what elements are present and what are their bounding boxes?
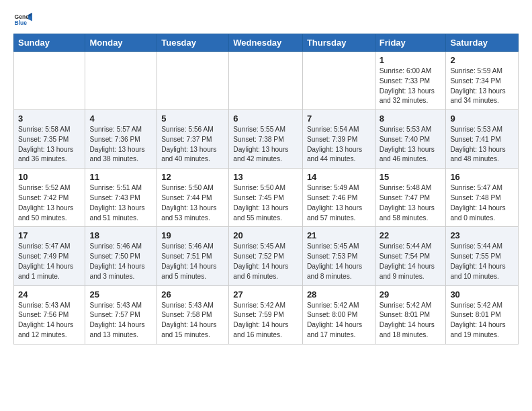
day-info: Sunrise: 5:43 AM Sunset: 7:57 PM Dayligh… bbox=[89, 301, 152, 340]
calendar-week-row: 10Sunrise: 5:52 AM Sunset: 7:42 PM Dayli… bbox=[14, 169, 519, 227]
day-number: 17 bbox=[18, 230, 81, 240]
weekday-header-friday: Friday bbox=[375, 34, 446, 52]
day-number: 12 bbox=[161, 172, 224, 182]
calendar-cell: 30Sunrise: 5:42 AM Sunset: 8:01 PM Dayli… bbox=[446, 285, 519, 344]
weekday-header-monday: Monday bbox=[85, 34, 157, 52]
calendar-cell: 6Sunrise: 5:55 AM Sunset: 7:38 PM Daylig… bbox=[229, 110, 303, 169]
weekday-header-thursday: Thursday bbox=[302, 34, 375, 52]
calendar-cell: 27Sunrise: 5:42 AM Sunset: 7:59 PM Dayli… bbox=[229, 285, 303, 344]
day-info: Sunrise: 5:45 AM Sunset: 7:52 PM Dayligh… bbox=[233, 242, 298, 281]
day-info: Sunrise: 5:42 AM Sunset: 8:01 PM Dayligh… bbox=[380, 301, 442, 340]
day-info: Sunrise: 5:44 AM Sunset: 7:54 PM Dayligh… bbox=[380, 242, 442, 281]
calendar-cell: 9Sunrise: 5:53 AM Sunset: 7:41 PM Daylig… bbox=[446, 110, 519, 169]
day-info: Sunrise: 5:51 AM Sunset: 7:43 PM Dayligh… bbox=[89, 183, 152, 223]
calendar-cell: 13Sunrise: 5:50 AM Sunset: 7:45 PM Dayli… bbox=[229, 169, 303, 227]
calendar-cell: 8Sunrise: 5:53 AM Sunset: 7:40 PM Daylig… bbox=[375, 110, 446, 169]
day-info: Sunrise: 5:42 AM Sunset: 8:00 PM Dayligh… bbox=[307, 301, 371, 340]
day-number: 8 bbox=[380, 113, 442, 124]
day-info: Sunrise: 5:46 AM Sunset: 7:50 PM Dayligh… bbox=[89, 242, 152, 281]
calendar-cell bbox=[14, 52, 85, 110]
calendar-week-row: 24Sunrise: 5:43 AM Sunset: 7:56 PM Dayli… bbox=[14, 285, 519, 344]
calendar-week-row: 17Sunrise: 5:47 AM Sunset: 7:49 PM Dayli… bbox=[14, 227, 519, 285]
calendar-cell: 24Sunrise: 5:43 AM Sunset: 7:56 PM Dayli… bbox=[14, 285, 85, 344]
day-number: 28 bbox=[307, 289, 371, 300]
day-info: Sunrise: 5:59 AM Sunset: 7:34 PM Dayligh… bbox=[450, 66, 514, 106]
day-number: 10 bbox=[18, 172, 81, 182]
day-info: Sunrise: 5:47 AM Sunset: 7:48 PM Dayligh… bbox=[450, 183, 514, 223]
weekday-header-saturday: Saturday bbox=[446, 34, 519, 52]
calendar-cell: 11Sunrise: 5:51 AM Sunset: 7:43 PM Dayli… bbox=[85, 169, 157, 227]
calendar-cell: 21Sunrise: 5:45 AM Sunset: 7:53 PM Dayli… bbox=[302, 227, 375, 285]
day-info: Sunrise: 5:50 AM Sunset: 7:45 PM Dayligh… bbox=[233, 183, 298, 223]
day-info: Sunrise: 5:42 AM Sunset: 8:01 PM Dayligh… bbox=[450, 301, 514, 340]
day-number: 7 bbox=[307, 113, 371, 124]
day-number: 20 bbox=[233, 230, 298, 240]
weekday-header-tuesday: Tuesday bbox=[157, 34, 229, 52]
day-number: 3 bbox=[18, 113, 81, 124]
day-info: Sunrise: 5:47 AM Sunset: 7:49 PM Dayligh… bbox=[18, 242, 81, 281]
calendar-cell: 4Sunrise: 5:57 AM Sunset: 7:36 PM Daylig… bbox=[85, 110, 157, 169]
calendar-cell: 18Sunrise: 5:46 AM Sunset: 7:50 PM Dayli… bbox=[85, 227, 157, 285]
calendar-cell: 29Sunrise: 5:42 AM Sunset: 8:01 PM Dayli… bbox=[375, 285, 446, 344]
calendar-cell bbox=[229, 52, 303, 110]
calendar-cell: 23Sunrise: 5:44 AM Sunset: 7:55 PM Dayli… bbox=[446, 227, 519, 285]
day-number: 6 bbox=[233, 113, 298, 124]
day-info: Sunrise: 5:54 AM Sunset: 7:39 PM Dayligh… bbox=[307, 125, 371, 165]
calendar-header-row: SundayMondayTuesdayWednesdayThursdayFrid… bbox=[14, 34, 519, 52]
day-info: Sunrise: 5:49 AM Sunset: 7:46 PM Dayligh… bbox=[307, 183, 371, 223]
calendar-cell: 16Sunrise: 5:47 AM Sunset: 7:48 PM Dayli… bbox=[446, 169, 519, 227]
page: General Blue SundayMondayTuesdayWednesda… bbox=[0, 0, 532, 355]
calendar-cell: 15Sunrise: 5:48 AM Sunset: 7:47 PM Dayli… bbox=[375, 169, 446, 227]
logo-icon: General Blue bbox=[13, 11, 32, 30]
day-info: Sunrise: 5:55 AM Sunset: 7:38 PM Dayligh… bbox=[233, 125, 298, 165]
calendar-cell: 2Sunrise: 5:59 AM Sunset: 7:34 PM Daylig… bbox=[446, 52, 519, 110]
day-number: 25 bbox=[89, 289, 152, 300]
calendar-cell: 28Sunrise: 5:42 AM Sunset: 8:00 PM Dayli… bbox=[302, 285, 375, 344]
calendar-cell bbox=[85, 52, 157, 110]
day-number: 5 bbox=[161, 113, 224, 124]
calendar-week-row: 3Sunrise: 5:58 AM Sunset: 7:35 PM Daylig… bbox=[14, 110, 519, 169]
calendar-table: SundayMondayTuesdayWednesdayThursdayFrid… bbox=[13, 34, 519, 345]
day-info: Sunrise: 5:45 AM Sunset: 7:53 PM Dayligh… bbox=[307, 242, 371, 281]
day-number: 22 bbox=[380, 230, 442, 240]
day-number: 19 bbox=[161, 230, 224, 240]
day-info: Sunrise: 5:43 AM Sunset: 7:58 PM Dayligh… bbox=[161, 301, 224, 340]
day-number: 16 bbox=[450, 172, 514, 182]
calendar-cell: 5Sunrise: 5:56 AM Sunset: 7:37 PM Daylig… bbox=[157, 110, 229, 169]
calendar-cell: 19Sunrise: 5:46 AM Sunset: 7:51 PM Dayli… bbox=[157, 227, 229, 285]
day-info: Sunrise: 5:46 AM Sunset: 7:51 PM Dayligh… bbox=[161, 242, 224, 281]
calendar-week-row: 1Sunrise: 6:00 AM Sunset: 7:33 PM Daylig… bbox=[14, 52, 519, 110]
day-number: 21 bbox=[307, 230, 371, 240]
calendar-cell bbox=[302, 52, 375, 110]
day-info: Sunrise: 5:50 AM Sunset: 7:44 PM Dayligh… bbox=[161, 183, 224, 223]
day-info: Sunrise: 5:48 AM Sunset: 7:47 PM Dayligh… bbox=[380, 183, 442, 223]
day-number: 13 bbox=[233, 172, 298, 182]
day-info: Sunrise: 5:57 AM Sunset: 7:36 PM Dayligh… bbox=[89, 125, 152, 165]
calendar-cell: 20Sunrise: 5:45 AM Sunset: 7:52 PM Dayli… bbox=[229, 227, 303, 285]
day-number: 9 bbox=[450, 113, 514, 124]
calendar-cell: 12Sunrise: 5:50 AM Sunset: 7:44 PM Dayli… bbox=[157, 169, 229, 227]
day-number: 11 bbox=[89, 172, 152, 182]
calendar-cell: 3Sunrise: 5:58 AM Sunset: 7:35 PM Daylig… bbox=[14, 110, 85, 169]
calendar-cell: 14Sunrise: 5:49 AM Sunset: 7:46 PM Dayli… bbox=[302, 169, 375, 227]
calendar-cell: 1Sunrise: 6:00 AM Sunset: 7:33 PM Daylig… bbox=[375, 52, 446, 110]
calendar-cell: 22Sunrise: 5:44 AM Sunset: 7:54 PM Dayli… bbox=[375, 227, 446, 285]
day-number: 29 bbox=[380, 289, 442, 300]
weekday-header-wednesday: Wednesday bbox=[229, 34, 303, 52]
calendar-cell: 10Sunrise: 5:52 AM Sunset: 7:42 PM Dayli… bbox=[14, 169, 85, 227]
day-info: Sunrise: 5:58 AM Sunset: 7:35 PM Dayligh… bbox=[18, 125, 81, 165]
day-number: 27 bbox=[233, 289, 298, 300]
header: General Blue bbox=[13, 11, 519, 30]
calendar-cell: 25Sunrise: 5:43 AM Sunset: 7:57 PM Dayli… bbox=[85, 285, 157, 344]
logo: General Blue bbox=[13, 11, 34, 30]
weekday-header-sunday: Sunday bbox=[14, 34, 85, 52]
day-info: Sunrise: 6:00 AM Sunset: 7:33 PM Dayligh… bbox=[380, 66, 442, 106]
day-info: Sunrise: 5:42 AM Sunset: 7:59 PM Dayligh… bbox=[233, 301, 298, 340]
day-number: 14 bbox=[307, 172, 371, 182]
calendar-cell: 26Sunrise: 5:43 AM Sunset: 7:58 PM Dayli… bbox=[157, 285, 229, 344]
day-info: Sunrise: 5:56 AM Sunset: 7:37 PM Dayligh… bbox=[161, 125, 224, 165]
day-info: Sunrise: 5:53 AM Sunset: 7:40 PM Dayligh… bbox=[380, 125, 442, 165]
day-number: 23 bbox=[450, 230, 514, 240]
day-number: 4 bbox=[89, 113, 152, 124]
day-number: 1 bbox=[380, 55, 442, 65]
